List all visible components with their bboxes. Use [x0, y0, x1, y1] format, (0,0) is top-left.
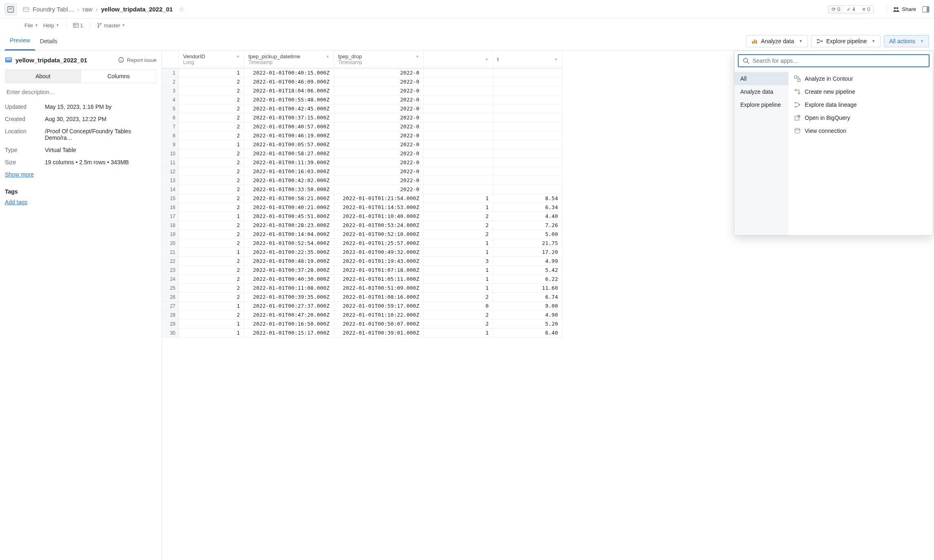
data-cell[interactable]: 2022-01-01T00:28:23.000Z	[244, 221, 334, 230]
data-cell[interactable]: 2	[179, 311, 244, 320]
data-cell[interactable]	[424, 104, 493, 113]
data-cell[interactable]: 2022-01-01T00:42:02.000Z	[244, 176, 334, 185]
data-cell[interactable]: 2022-01-01T00:55:48.000Z	[244, 95, 334, 104]
panel-toggle-icon[interactable]	[922, 5, 930, 13]
data-cell[interactable]: 2022-01-01T00:40:15.000Z	[244, 68, 334, 77]
data-cell[interactable]: 2022-01-01T01:10:22.000Z	[334, 311, 424, 320]
data-cell[interactable]: 1	[424, 329, 493, 337]
data-cell[interactable]: 2022-01-01T00:50:07.000Z	[334, 320, 424, 329]
sidebar-tab-columns[interactable]: Columns	[81, 69, 157, 83]
help-menu[interactable]: Help▼	[42, 22, 61, 29]
data-cell[interactable]	[493, 68, 562, 77]
data-cell[interactable]: 2	[179, 284, 244, 293]
data-cell[interactable]: 2022-01-01T01:05:11.000Z	[334, 275, 424, 284]
data-cell[interactable]: 2	[179, 131, 244, 140]
data-cell[interactable]: 2	[179, 221, 244, 230]
data-cell[interactable]: 2	[179, 104, 244, 113]
data-cell[interactable]: 2022-01-01T00:16:03.000Z	[244, 167, 334, 176]
data-cell[interactable]: 2022-01-01T00:37:15.000Z	[244, 113, 334, 122]
add-tags-link[interactable]: Add tags	[5, 199, 157, 205]
data-cell[interactable]: 1	[424, 239, 493, 248]
data-cell[interactable]: 1	[424, 203, 493, 212]
data-cell[interactable]: 2022-0	[334, 113, 424, 122]
data-cell[interactable]: 2022-0	[334, 122, 424, 131]
data-cell[interactable]: 2022-01-01T00:27:37.000Z	[244, 302, 334, 311]
data-cell[interactable]	[493, 95, 562, 104]
data-cell[interactable]: 2022-01-01T01:19:43.000Z	[334, 257, 424, 266]
data-cell[interactable]: 2	[179, 86, 244, 95]
data-cell[interactable]: 2022-01-01T00:14:04.000Z	[244, 230, 334, 239]
data-cell[interactable]: 2022-01-01T01:10:40.000Z	[334, 212, 424, 221]
data-cell[interactable]: 7.26	[493, 221, 562, 230]
data-cell[interactable]: 11.60	[493, 284, 562, 293]
report-issue-button[interactable]: Report issue	[118, 57, 157, 63]
data-cell[interactable]: 2	[179, 239, 244, 248]
data-cell[interactable]: 2022-01-01T00:39:35.000Z	[244, 293, 334, 302]
breadcrumb-current[interactable]: yellow_tripdata_2022_01	[101, 6, 173, 13]
data-cell[interactable]: 6.74	[493, 293, 562, 302]
data-cell[interactable]: 2022-01-01T00:49:32.000Z	[334, 248, 424, 257]
data-cell[interactable]: 2022-01-01T01:14:53.000Z	[334, 203, 424, 212]
data-cell[interactable]: 5.00	[493, 230, 562, 239]
data-cell[interactable]: 2022-0	[334, 95, 424, 104]
data-cell[interactable]: 2	[179, 122, 244, 131]
search-input[interactable]	[753, 57, 925, 64]
data-cell[interactable]: 1	[424, 194, 493, 203]
data-cell[interactable]: 2022-01-01T00:11:08.000Z	[244, 284, 334, 293]
action-view-connection[interactable]: View connection	[788, 124, 933, 137]
sidebar-tab-about[interactable]: About	[5, 69, 81, 83]
data-cell[interactable]	[424, 113, 493, 122]
popover-cat-explore[interactable]: Explore pipeline	[735, 98, 788, 111]
chevron-down-icon[interactable]: ▼	[554, 57, 558, 62]
data-cell[interactable]: 2022-01-01T01:25:57.000Z	[334, 239, 424, 248]
data-cell[interactable]: 2022-01-01T00:48:19.000Z	[244, 257, 334, 266]
data-cell[interactable]: 2022-0	[334, 86, 424, 95]
data-cell[interactable]: 2	[179, 95, 244, 104]
data-cell[interactable]: 2022-0	[334, 104, 424, 113]
data-cell[interactable]: 5.42	[493, 266, 562, 275]
data-cell[interactable]: 2022-01-01T00:16:50.000Z	[244, 320, 334, 329]
data-cell[interactable]: 2	[179, 203, 244, 212]
data-cell[interactable]: 4.40	[493, 212, 562, 221]
data-cell[interactable]: 2022-01-01T00:45:51.000Z	[244, 212, 334, 221]
action-open-bigquery[interactable]: Open in BigQuery	[788, 111, 933, 124]
data-cell[interactable]: 2022-0	[334, 68, 424, 77]
data-cell[interactable]	[424, 77, 493, 86]
chevron-down-icon[interactable]: ▼	[326, 55, 330, 59]
data-cell[interactable]: 2	[179, 275, 244, 284]
data-cell[interactable]	[424, 122, 493, 131]
data-cell[interactable]	[493, 122, 562, 131]
data-cell[interactable]	[424, 176, 493, 185]
data-cell[interactable]: 2	[179, 149, 244, 158]
data-cell[interactable]: 2	[424, 221, 493, 230]
data-cell[interactable]: 2022-01-01T00:59:17.000Z	[334, 302, 424, 311]
data-cell[interactable]: 2	[424, 320, 493, 329]
data-cell[interactable]: 2	[179, 77, 244, 86]
data-cell[interactable]	[493, 149, 562, 158]
app-icon[interactable]	[4, 3, 17, 16]
data-cell[interactable]: 2022-01-01T00:11:39.000Z	[244, 158, 334, 167]
data-cell[interactable]	[493, 131, 562, 140]
data-cell[interactable]: 1	[179, 329, 244, 337]
data-cell[interactable]: 2	[424, 311, 493, 320]
column-header[interactable]: ▼	[424, 51, 493, 68]
tab-details[interactable]: Details	[35, 32, 62, 51]
data-cell[interactable]	[424, 149, 493, 158]
star-icon[interactable]: ☆	[179, 5, 184, 13]
all-actions-button[interactable]: All actions▼	[884, 35, 929, 47]
data-cell[interactable]: 2	[179, 167, 244, 176]
data-cell[interactable]: 2022-01-01T00:22:35.000Z	[244, 248, 334, 257]
data-cell[interactable]: 2022-01-01T00:51:09.000Z	[334, 284, 424, 293]
data-cell[interactable]: 2022-01-01T00:40:57.000Z	[244, 122, 334, 131]
action-new-pipeline[interactable]: Create new pipeline	[788, 85, 933, 98]
data-cell[interactable]: 2022-0	[334, 149, 424, 158]
file-menu[interactable]: File▼	[23, 22, 40, 29]
data-cell[interactable]	[493, 113, 562, 122]
analyze-data-button[interactable]: Analyze data▼	[746, 35, 808, 47]
data-cell[interactable]: 5.20	[493, 320, 562, 329]
data-cell[interactable]: 2022-0	[334, 176, 424, 185]
data-cell[interactable]: 2	[179, 266, 244, 275]
action-analyze-contour[interactable]: Analyze in Contour	[788, 72, 933, 85]
data-cell[interactable]: 2022-01-01T00:39:01.000Z	[334, 329, 424, 337]
error-status[interactable]: ✕0	[859, 6, 874, 13]
